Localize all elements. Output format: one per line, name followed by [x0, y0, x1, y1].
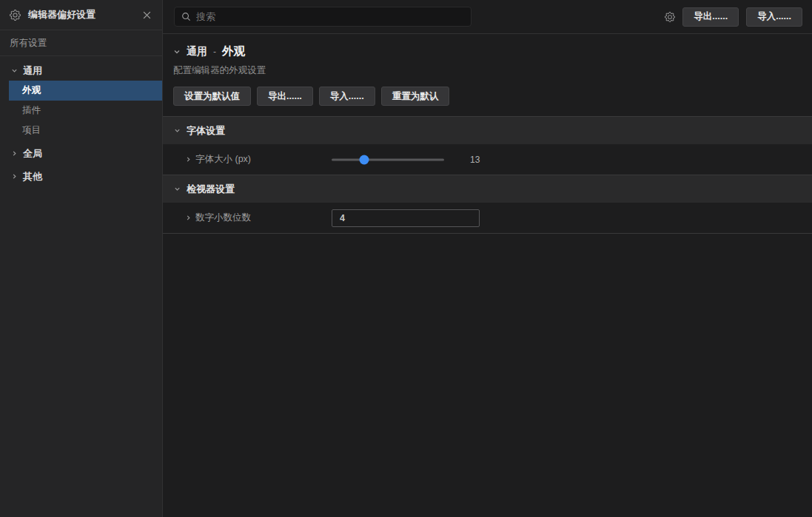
prop-label-group: 字体大小 (px)	[185, 153, 332, 166]
chevron-down-icon	[174, 127, 181, 134]
gear-icon	[10, 10, 21, 21]
section-title: 检视器设置	[187, 183, 235, 196]
set-default-button[interactable]: 设置为默认值	[173, 87, 251, 106]
tree-group-general: 通用 外观 插件 项目	[0, 61, 162, 141]
sidebar-item-plugins[interactable]: 插件	[9, 101, 162, 121]
close-icon[interactable]	[141, 10, 152, 21]
breadcrumb-group: 通用	[187, 45, 207, 58]
sidebar: 编辑器偏好设置 所有设置 通用 外观 插件 项目 全局	[0, 0, 163, 517]
section-font-settings: 字体设置 字体大小 (px) 13	[163, 116, 812, 175]
chevron-down-icon	[11, 67, 18, 74]
prop-label-group: 数字小数位数	[185, 212, 332, 224]
section-header-inspector[interactable]: 检视器设置	[163, 175, 812, 203]
chevron-down-icon	[174, 186, 181, 192]
font-size-label: 字体大小 (px)	[195, 153, 251, 166]
chevron-right-icon	[11, 150, 18, 157]
chevron-right-icon	[11, 173, 18, 180]
tree-group-label: 其他	[23, 170, 42, 183]
sidebar-item-appearance[interactable]: 外观	[9, 81, 162, 101]
tree-group-head-other[interactable]: 其他	[0, 166, 162, 186]
gear-icon[interactable]	[665, 12, 675, 22]
tree-group-head-general[interactable]: 通用	[0, 61, 162, 81]
tree-group-global: 全局	[0, 143, 162, 163]
sidebar-header: 编辑器偏好设置	[0, 0, 162, 30]
search-box[interactable]	[174, 7, 472, 27]
chevron-right-icon[interactable]	[185, 214, 192, 221]
breadcrumb: 通用 - 外观	[173, 44, 800, 59]
section-header-font[interactable]: 字体设置	[163, 116, 812, 144]
slider-track[interactable]	[332, 158, 444, 160]
settings-sections: 字体设置 字体大小 (px) 13	[163, 116, 812, 234]
breadcrumb-separator: -	[213, 47, 216, 57]
export-settings-button[interactable]: 导出......	[257, 87, 313, 106]
chevron-right-icon[interactable]	[185, 156, 192, 163]
page-title: 外观	[222, 44, 245, 59]
import-button[interactable]: 导入......	[746, 7, 802, 27]
chevron-down-icon[interactable]	[173, 48, 181, 55]
page-actions: 设置为默认值 导出...... 导入...... 重置为默认	[173, 87, 800, 106]
section-title: 字体设置	[187, 124, 225, 138]
decimal-places-label: 数字小数位数	[195, 212, 251, 224]
tree-group-head-global[interactable]: 全局	[0, 143, 162, 163]
search-input[interactable]	[196, 11, 464, 22]
settings-tree: 通用 外观 插件 项目 全局 其他	[0, 56, 162, 186]
import-settings-button[interactable]: 导入......	[319, 87, 375, 106]
page-head: 通用 - 外观 配置编辑器的外观设置 设置为默认值 导出...... 导入...…	[163, 34, 812, 106]
page-description: 配置编辑器的外观设置	[173, 64, 800, 77]
main-topbar: 导出...... 导入......	[163, 0, 812, 34]
slider-thumb[interactable]	[360, 155, 369, 164]
font-size-slider[interactable]	[332, 155, 444, 165]
font-size-row: 字体大小 (px) 13	[163, 144, 812, 175]
main-panel: 导出...... 导入...... 通用 - 外观 配置编辑器的外观设置 设置为…	[163, 0, 812, 517]
search-icon	[181, 12, 191, 21]
sidebar-item-project[interactable]: 项目	[9, 121, 162, 141]
font-size-value: 13	[470, 155, 480, 165]
tree-group-other: 其他	[0, 166, 162, 186]
decimal-places-row: 数字小数位数	[163, 203, 812, 233]
reset-default-button[interactable]: 重置为默认	[381, 87, 450, 106]
sidebar-item-all-settings[interactable]: 所有设置	[0, 30, 162, 56]
tree-group-label: 通用	[23, 64, 42, 78]
section-inspector-settings: 检视器设置 数字小数位数	[163, 175, 812, 234]
export-button[interactable]: 导出......	[682, 7, 739, 27]
window-title: 编辑器偏好设置	[28, 8, 95, 21]
tree-group-label: 全局	[23, 147, 42, 160]
decimal-places-input[interactable]	[332, 209, 480, 227]
topbar-actions: 导出...... 导入......	[665, 7, 802, 27]
